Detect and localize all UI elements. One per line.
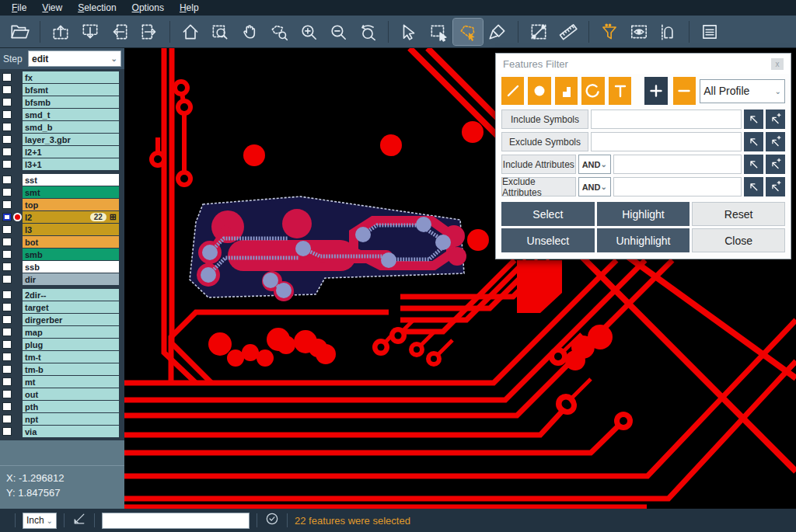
layer-label[interactable]: via — [23, 426, 119, 437]
layer-checkbox[interactable] — [2, 427, 12, 436]
layer-label[interactable]: bot — [23, 236, 119, 248]
layer-label[interactable]: l3+1 — [23, 158, 119, 170]
profile-dropdown[interactable]: All Profile ⌄ — [700, 79, 785, 103]
layer-label[interactable]: out — [23, 388, 119, 400]
measure-ruler-icon[interactable] — [553, 19, 583, 45]
pan-right-icon[interactable] — [134, 19, 164, 45]
layer-checkbox[interactable] — [2, 250, 12, 259]
layer-row[interactable]: l3+1 — [0, 158, 124, 170]
layer-label[interactable]: l2+1 — [23, 146, 119, 158]
include-attributes-button[interactable]: Include Attributes — [501, 155, 576, 174]
close-button[interactable]: Close — [692, 228, 785, 252]
menu-view[interactable]: View — [35, 1, 69, 15]
layer-label[interactable]: dirgerber — [23, 314, 119, 325]
layer-row[interactable]: layer_3.gbr — [0, 134, 124, 145]
layer-checkbox[interactable] — [2, 148, 12, 156]
layer-row[interactable]: dirgerber — [0, 314, 124, 325]
layer-row[interactable]: fx — [0, 71, 124, 83]
reset-button[interactable]: Reset — [692, 202, 785, 226]
layer-checkbox[interactable] — [2, 110, 12, 119]
pan-up-icon[interactable] — [46, 19, 75, 45]
layer-row[interactable]: tm-t — [0, 351, 124, 363]
select-rectangle-icon[interactable] — [424, 19, 453, 45]
layer-row[interactable]: tm-b — [0, 363, 124, 375]
measure-angle-icon[interactable] — [72, 511, 87, 530]
layer-row[interactable]: 2dir-- — [0, 289, 124, 301]
add-filter-icon[interactable] — [644, 77, 667, 105]
pan-down-icon[interactable] — [75, 19, 105, 45]
clean-brush-icon[interactable] — [483, 19, 512, 45]
pad-feature-icon[interactable] — [528, 77, 550, 105]
step-dropdown[interactable]: edit ⌄ — [28, 50, 121, 67]
layer-checkbox[interactable] — [2, 415, 12, 423]
sync-check-icon[interactable] — [264, 511, 280, 530]
layer-row-l2-selected[interactable]: l222⊞ — [0, 211, 124, 223]
view-options-icon[interactable] — [624, 19, 654, 45]
zoom-window-icon[interactable] — [205, 19, 235, 45]
menu-file[interactable]: File — [5, 1, 33, 15]
open-folder-icon[interactable] — [5, 19, 34, 45]
layer-label[interactable]: smd_b — [23, 121, 119, 133]
select-polygon-icon[interactable] — [453, 19, 483, 45]
pick-symbol-icon[interactable] — [744, 110, 763, 129]
zoom-in-icon[interactable] — [294, 19, 323, 45]
layer-row[interactable]: npt — [0, 413, 124, 425]
layer-label[interactable]: ssb — [23, 261, 119, 273]
zoom-home-icon[interactable] — [176, 19, 205, 45]
layer-checkbox[interactable] — [2, 73, 12, 82]
layer-row[interactable]: smd_b — [0, 121, 124, 133]
layer-label[interactable]: pth — [23, 401, 119, 412]
zoom-polygon-icon[interactable] — [264, 19, 294, 45]
layer-row[interactable]: out — [0, 388, 124, 400]
layer-label[interactable]: 2dir-- — [23, 289, 119, 301]
layer-label[interactable]: smt — [23, 186, 119, 198]
dialog-title-bar[interactable]: Features Filter x — [496, 54, 791, 74]
unhighlight-button[interactable]: Unhighlight — [597, 228, 690, 252]
layer-checkbox[interactable] — [2, 328, 12, 336]
layer-checkbox[interactable] — [2, 365, 12, 374]
layer-row[interactable]: via — [0, 426, 124, 437]
pick-add-symbol-icon[interactable] — [766, 132, 785, 151]
layer-label[interactable]: smd_t — [23, 109, 119, 120]
text-feature-icon[interactable] — [609, 77, 631, 105]
layer-row[interactable]: ssb — [0, 261, 124, 273]
layer-checkbox[interactable] — [2, 123, 12, 131]
layer-label[interactable]: sst — [23, 174, 119, 186]
layer-label[interactable]: target — [23, 301, 119, 313]
layer-checkbox[interactable] — [2, 340, 12, 349]
layer-row[interactable]: top — [0, 199, 124, 210]
dialog-close-icon[interactable]: x — [771, 58, 784, 70]
unselect-button[interactable]: Unselect — [501, 228, 595, 252]
layer-label[interactable]: bfsmb — [23, 96, 119, 108]
layer-row[interactable]: map — [0, 326, 124, 338]
layer-checkbox[interactable] — [2, 263, 12, 271]
layer-checkbox[interactable] — [2, 135, 12, 144]
layer-row[interactable]: plug — [0, 339, 124, 350]
layer-checkbox[interactable] — [2, 200, 12, 209]
layer-label[interactable]: top — [23, 199, 119, 210]
layer-row[interactable]: bfsmt — [0, 84, 124, 96]
menu-options[interactable]: Options — [125, 1, 171, 15]
layer-row[interactable]: bfsmb — [0, 96, 124, 108]
layer-row[interactable]: l2+1 — [0, 146, 124, 158]
layer-checkbox[interactable] — [2, 188, 12, 196]
layer-label[interactable]: bfsmt — [23, 84, 119, 96]
pick-attribute-icon[interactable] — [744, 177, 763, 196]
layer-checkbox[interactable] — [2, 275, 12, 283]
pan-hand-icon[interactable] — [235, 19, 264, 45]
layer-checkbox[interactable] — [2, 290, 12, 299]
select-button[interactable]: Select — [501, 202, 595, 226]
arc-feature-icon[interactable] — [581, 77, 604, 105]
layer-checkbox[interactable] — [2, 225, 12, 234]
layer-label[interactable]: tm-b — [23, 363, 119, 375]
layer-checkbox[interactable] — [2, 402, 12, 411]
units-dropdown[interactable]: Inch ⌄ — [23, 513, 57, 529]
layer-label[interactable]: mt — [23, 376, 119, 388]
features-filter-icon[interactable] — [595, 19, 624, 45]
layer-row[interactable]: sst — [0, 174, 124, 186]
line-feature-icon[interactable] — [501, 77, 524, 105]
menu-help[interactable]: Help — [173, 1, 206, 15]
zoom-previous-icon[interactable] — [353, 19, 382, 45]
menu-selection[interactable]: Selection — [71, 1, 123, 15]
include-symbols-button[interactable]: Include Symbols — [501, 110, 588, 129]
